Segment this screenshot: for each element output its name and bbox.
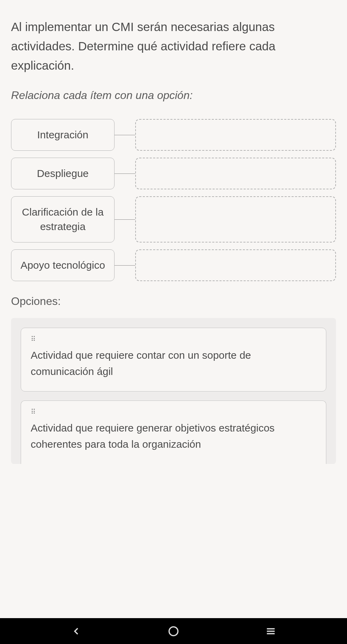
item-label: Integración: [37, 128, 88, 142]
item-box-integracion[interactable]: Integración: [11, 119, 115, 151]
item-label: Clarificación de la estrategia: [17, 205, 109, 234]
android-nav-bar: [0, 618, 347, 644]
drop-zone[interactable]: [135, 119, 336, 151]
drop-zone[interactable]: [135, 196, 336, 242]
options-label: Opciones:: [11, 295, 336, 308]
connector-line: [115, 135, 135, 135]
recent-apps-button[interactable]: [263, 624, 278, 639]
match-row: Integración: [11, 119, 336, 151]
connector-line: [115, 219, 135, 220]
option-text: Actividad que requiere contar con un sop…: [31, 347, 316, 379]
drag-handle-icon[interactable]: ⠿: [31, 410, 316, 414]
option-card[interactable]: ⠿ Actividad que requiere generar objetiv…: [21, 400, 326, 464]
option-text: Actividad que requiere generar objetivos…: [31, 420, 316, 452]
question-text: Al implementar un CMI serán necesarias a…: [11, 17, 336, 75]
match-row: Clarificación de la estrategia: [11, 196, 336, 242]
item-label: Despliegue: [37, 166, 89, 181]
connector-line: [115, 174, 135, 174]
item-box-apoyo[interactable]: Apoyo tecnológico: [11, 249, 115, 281]
drop-zone[interactable]: [135, 158, 336, 189]
options-container: ⠿ Actividad que requiere contar con un s…: [11, 318, 336, 464]
match-row: Despliegue: [11, 158, 336, 189]
back-button[interactable]: [69, 624, 84, 639]
item-box-despliegue[interactable]: Despliegue: [11, 158, 115, 189]
item-box-clarificacion[interactable]: Clarificación de la estrategia: [11, 196, 115, 242]
item-label: Apoyo tecnológico: [20, 258, 105, 273]
match-row: Apoyo tecnológico: [11, 249, 336, 281]
option-card[interactable]: ⠿ Actividad que requiere contar con un s…: [21, 328, 326, 392]
instruction-text: Relaciona cada ítem con una opción:: [11, 89, 336, 102]
drag-handle-icon[interactable]: ⠿: [31, 337, 316, 341]
quiz-screen: Al implementar un CMI serán necesarias a…: [0, 0, 347, 618]
connector-line: [115, 265, 135, 266]
drop-zone[interactable]: [135, 249, 336, 281]
svg-point-0: [169, 627, 178, 636]
home-button[interactable]: [166, 624, 181, 639]
